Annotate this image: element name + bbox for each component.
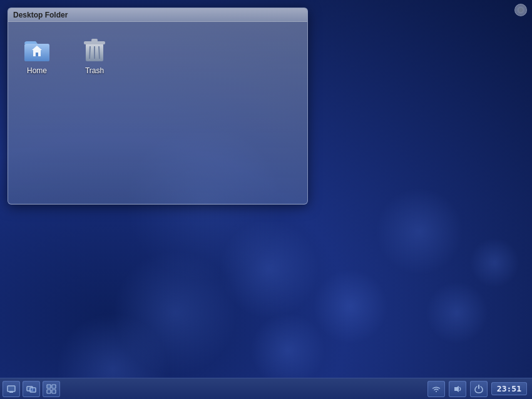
svg-rect-16 xyxy=(47,385,51,388)
home-icon xyxy=(22,34,52,64)
home-label: Home xyxy=(27,66,47,75)
window-title: Desktop Folder xyxy=(13,11,68,19)
show-desktop-button[interactable] xyxy=(3,381,20,397)
desktop-folder-window: Desktop Folder xyxy=(8,8,308,205)
svg-rect-18 xyxy=(47,390,51,393)
home-icon-item[interactable]: Home xyxy=(14,31,59,78)
power-button[interactable] xyxy=(470,381,488,397)
top-right-button[interactable] xyxy=(514,4,527,16)
svg-line-11 xyxy=(99,46,100,59)
taskbar-right: 23:51 xyxy=(427,381,532,397)
svg-rect-13 xyxy=(9,391,13,393)
workspaces-button[interactable] xyxy=(43,381,60,397)
trash-icon-item[interactable]: Trash xyxy=(72,31,117,78)
trash-icon xyxy=(79,34,110,64)
window-content: Home xyxy=(8,22,307,87)
svg-rect-19 xyxy=(52,390,56,393)
trash-label: Trash xyxy=(85,66,104,75)
window-titlebar[interactable]: Desktop Folder xyxy=(8,8,307,22)
svg-marker-20 xyxy=(454,386,459,392)
svg-rect-17 xyxy=(52,385,56,388)
svg-rect-15 xyxy=(30,388,36,392)
network-button[interactable] xyxy=(427,381,445,397)
taskbar-left xyxy=(0,381,60,397)
svg-rect-12 xyxy=(8,386,15,391)
clock-widget[interactable]: 23:51 xyxy=(491,382,527,395)
svg-rect-8 xyxy=(91,39,98,42)
volume-button[interactable] xyxy=(449,381,466,397)
switch-windows-button[interactable] xyxy=(23,381,40,397)
svg-point-0 xyxy=(518,8,523,13)
svg-rect-5 xyxy=(36,53,38,56)
taskbar: 23:51 xyxy=(0,378,532,399)
svg-line-9 xyxy=(90,46,90,59)
